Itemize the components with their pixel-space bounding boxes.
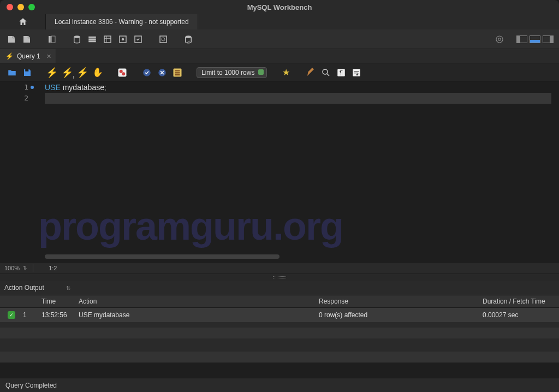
db-icon-2[interactable] xyxy=(86,33,98,45)
execute-icon[interactable]: ⚡ xyxy=(46,67,57,78)
row-action: USE mydatabase xyxy=(79,311,319,319)
home-tab[interactable] xyxy=(0,14,46,29)
svg-rect-1 xyxy=(51,36,55,43)
status-message: Query Completed xyxy=(5,382,57,389)
execute-current-icon[interactable]: ⚡I xyxy=(62,67,73,78)
window-controls xyxy=(0,4,35,10)
settings-gear-icon[interactable] xyxy=(493,33,506,45)
open-file-icon[interactable] xyxy=(7,67,17,78)
wrap-icon[interactable] xyxy=(351,67,362,78)
watermark-text: programguru.org xyxy=(38,204,343,248)
svg-point-25 xyxy=(323,69,328,74)
svg-rect-0 xyxy=(49,36,51,43)
sql-editor[interactable]: 1 2 USE mydatabase; programguru.org xyxy=(0,82,559,262)
svg-point-13 xyxy=(496,36,503,43)
line-number: 2 xyxy=(0,93,28,104)
minimize-window-button[interactable] xyxy=(17,4,24,10)
col-time[interactable]: Time xyxy=(41,298,79,305)
close-icon[interactable]: × xyxy=(47,52,51,61)
db-icon-3[interactable] xyxy=(102,33,114,45)
invisible-chars-icon[interactable]: ¶ xyxy=(336,67,347,78)
svg-rect-15 xyxy=(25,69,28,72)
chevron-updown-icon[interactable]: ⇅ xyxy=(66,285,70,291)
code-area[interactable]: USE mydatabase; xyxy=(45,82,551,104)
horizontal-splitter[interactable] xyxy=(0,274,559,281)
sql-additions-icon[interactable] xyxy=(157,33,169,45)
cursor-position: 1:2 xyxy=(49,265,57,271)
svg-point-11 xyxy=(162,38,165,41)
toggle-bottom-panel[interactable] xyxy=(530,35,540,43)
col-action[interactable]: Action xyxy=(79,298,319,305)
home-icon xyxy=(18,17,28,27)
search-icon[interactable] xyxy=(320,67,331,78)
svg-point-18 xyxy=(122,72,125,75)
close-window-button[interactable] xyxy=(7,4,13,10)
output-row-empty xyxy=(0,352,559,363)
code-line: USE mydatabase; xyxy=(45,82,551,93)
svg-rect-6 xyxy=(104,36,111,43)
svg-point-8 xyxy=(122,38,124,40)
svg-rect-4 xyxy=(88,38,96,40)
col-duration[interactable]: Duration / Fetch Time xyxy=(483,298,559,305)
row-duration: 0.00027 sec xyxy=(483,311,559,319)
editor-status-bar: 100% ⇅ 1:2 xyxy=(0,262,559,274)
query-tab-label: Query 1 xyxy=(17,52,40,60)
maximize-window-button[interactable] xyxy=(28,4,35,10)
db-icon-5[interactable] xyxy=(132,33,144,45)
row-time: 13:52:56 xyxy=(41,311,79,319)
row-response: 0 row(s) affected xyxy=(319,311,483,319)
svg-rect-28 xyxy=(353,69,361,76)
window-title: MySQL Workbench xyxy=(247,3,312,11)
status-ok-icon: ✓ xyxy=(8,311,15,319)
main-toolbar xyxy=(0,29,559,49)
query-tab[interactable]: ⚡ Query 1 × xyxy=(0,49,56,63)
svg-point-12 xyxy=(186,35,192,38)
sql-keyword: USE xyxy=(45,83,61,92)
editor-scrollbar[interactable] xyxy=(45,254,280,259)
status-bar: Query Completed xyxy=(0,378,559,392)
svg-rect-5 xyxy=(88,40,96,42)
col-response[interactable]: Response xyxy=(319,298,483,305)
server-status-icon[interactable] xyxy=(182,33,194,45)
zoom-level[interactable]: 100% xyxy=(4,265,20,271)
new-sql-tab-icon[interactable] xyxy=(5,33,17,45)
toggle-autocommit-icon[interactable] xyxy=(117,67,128,78)
commit-icon[interactable] xyxy=(141,67,152,78)
svg-point-17 xyxy=(120,69,123,73)
connection-tab[interactable]: Local instance 3306 - Warning - not supp… xyxy=(46,14,198,29)
toggle-limit-icon[interactable] xyxy=(172,67,183,78)
toggle-right-panel[interactable] xyxy=(543,35,554,43)
toggle-left-panel[interactable] xyxy=(516,35,527,43)
save-file-icon[interactable] xyxy=(22,67,33,78)
open-sql-file-icon[interactable] xyxy=(21,33,33,45)
row-limit-select[interactable]: Limit to 1000 rows xyxy=(197,67,267,78)
connection-tab-label: Local instance 3306 - Warning - not supp… xyxy=(55,18,189,26)
rollback-icon[interactable] xyxy=(157,67,168,78)
svg-rect-24 xyxy=(175,74,180,75)
output-section-label[interactable]: Action Output xyxy=(4,284,44,292)
svg-point-14 xyxy=(498,38,501,40)
inspector-icon[interactable] xyxy=(46,33,58,45)
svg-point-2 xyxy=(74,35,80,38)
svg-point-19 xyxy=(143,69,151,76)
svg-text:¶: ¶ xyxy=(340,69,343,75)
code-line-active xyxy=(45,93,551,104)
explain-icon[interactable]: ⚡ xyxy=(77,67,88,78)
output-table-header: Time Action Response Duration / Fetch Ti… xyxy=(0,295,559,308)
find-icon[interactable] xyxy=(305,67,316,78)
svg-rect-16 xyxy=(118,68,127,76)
svg-rect-3 xyxy=(88,36,96,38)
zoom-stepper-icon[interactable]: ⇅ xyxy=(23,265,27,271)
db-icon-4[interactable] xyxy=(117,33,129,45)
beautify-icon[interactable]: ★ xyxy=(281,67,292,78)
statement-marker-icon xyxy=(31,86,34,89)
db-icon-1[interactable] xyxy=(71,33,83,45)
stop-icon[interactable]: ✋ xyxy=(92,67,103,78)
action-output-table: Time Action Response Duration / Fetch Ti… xyxy=(0,295,559,363)
title-bar: MySQL Workbench xyxy=(0,0,559,14)
output-row[interactable]: ✓ 1 13:52:56 USE mydatabase 0 row(s) aff… xyxy=(0,308,559,322)
svg-rect-22 xyxy=(175,70,180,71)
svg-rect-23 xyxy=(175,72,180,73)
connection-tabs-row: Local instance 3306 - Warning - not supp… xyxy=(0,14,559,29)
svg-rect-10 xyxy=(160,36,166,43)
